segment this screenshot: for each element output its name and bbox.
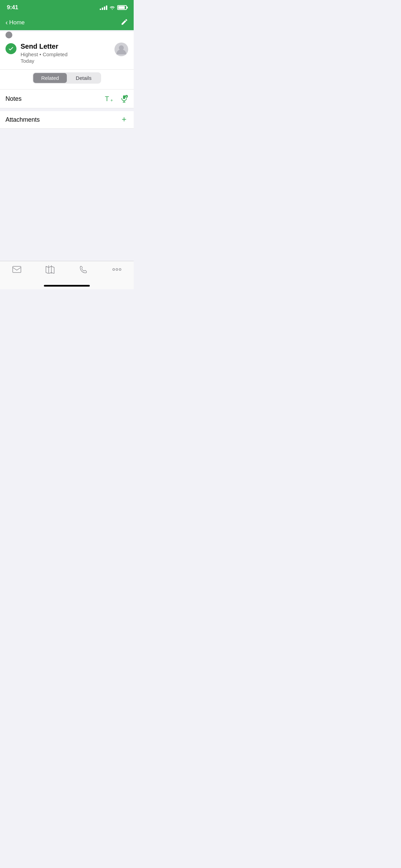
add-attachment-button[interactable]: + [121,116,128,123]
tab-details[interactable]: Details [67,73,100,83]
add-text-note-button[interactable]: T + [105,94,114,103]
task-header: Send Letter Highest • Completed Today [0,38,134,70]
svg-rect-3 [123,95,125,99]
home-indicator [44,285,90,287]
task-date: Today [21,58,110,64]
notes-actions: T + + [105,94,128,103]
more-icon [112,265,122,274]
content-area: Notes T + + [0,89,134,129]
status-time: 9:41 [7,4,18,11]
back-button[interactable]: ‹ Home [5,19,25,26]
tab-related[interactable]: Related [33,73,67,83]
svg-text:+: + [126,95,127,98]
svg-text:+: + [110,98,113,103]
drag-handle [5,32,12,38]
task-separator: • [39,51,41,57]
svg-point-12 [113,268,115,270]
avatar-icon [115,43,127,56]
map-icon [45,265,55,274]
segment-control: Related Details [33,72,101,84]
microphone-add-icon: + [120,95,128,103]
text-add-icon: T + [105,94,114,103]
svg-point-14 [119,268,121,270]
add-icon: + [121,116,128,123]
svg-text:+: + [122,116,126,123]
status-bar: 9:41 [0,0,134,15]
tab-map[interactable] [34,265,67,274]
task-priority: Highest [21,51,38,57]
edit-button[interactable] [121,18,128,27]
task-info: Send Letter Highest • Completed Today [21,43,110,64]
mail-icon [12,265,22,274]
signal-bars-icon [100,5,107,10]
svg-rect-9 [13,266,21,273]
svg-text:T: T [105,95,109,103]
task-meta: Highest • Completed [21,51,110,57]
battery-icon [117,5,127,10]
attachments-title: Attachments [5,116,40,123]
wifi-icon [109,5,115,10]
segment-wrapper: Related Details [0,70,134,89]
status-icons [100,5,127,10]
tab-mail[interactable] [0,265,34,274]
back-label: Home [9,19,25,26]
svg-point-13 [116,268,118,270]
notes-section: Notes T + + [0,89,134,108]
notes-section-header: Notes T + + [0,89,134,108]
attachments-section: Attachments + [0,111,134,129]
task-title: Send Letter [21,43,110,50]
add-audio-note-button[interactable]: + [120,95,128,103]
checkmark-icon [8,46,14,52]
task-status: Completed [42,51,68,57]
tab-more[interactable] [100,265,134,274]
pencil-icon [121,18,128,26]
task-header-area: Send Letter Highest • Completed Today Re… [0,32,134,89]
nav-bar: ‹ Home [0,15,134,30]
attachments-section-header: Attachments + [0,111,134,128]
phone-icon [79,265,88,274]
task-avatar [114,43,128,56]
task-complete-button[interactable] [5,43,16,54]
notes-title: Notes [5,95,22,103]
tab-phone[interactable] [67,265,100,274]
section-gap-1 [0,108,134,111]
task-check-area [5,43,16,54]
back-chevron-icon: ‹ [5,19,8,26]
